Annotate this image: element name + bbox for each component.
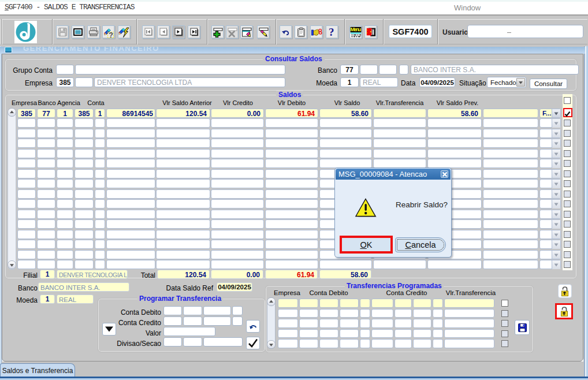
svg-text:Menu: Menu — [351, 27, 362, 32]
svg-text:?: ? — [109, 31, 113, 38]
svg-text:?: ? — [329, 27, 334, 38]
